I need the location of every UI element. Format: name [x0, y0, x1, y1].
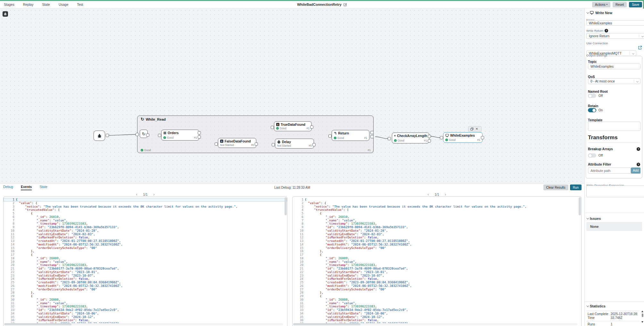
- node-return[interactable]: ↰Return Good#1: [332, 130, 369, 141]
- node-run-count: #1: [364, 137, 367, 140]
- help-icon[interactable]: ?: [637, 147, 640, 151]
- retain-toggle[interactable]: [588, 108, 596, 112]
- node-truedatafound[interactable]: {}TrueDataFound Good#1: [274, 121, 312, 131]
- port[interactable]: [428, 139, 431, 142]
- port[interactable]: [481, 136, 484, 139]
- port[interactable]: [428, 135, 431, 138]
- port[interactable]: [440, 136, 443, 139]
- next-page-icon[interactable]: ›: [153, 193, 154, 196]
- retain-state: On: [599, 108, 603, 112]
- qos-select[interactable]: 0 - At most once: [588, 78, 640, 84]
- status-label: Not Started: [277, 144, 291, 147]
- prev-page-icon[interactable]: ‹: [136, 193, 137, 196]
- node-run-count: #1: [477, 139, 480, 142]
- write-properties-textarea[interactable]: [586, 185, 644, 197]
- tab-test[interactable]: Test: [77, 3, 83, 6]
- actions-button[interactable]: Actions ▾: [592, 2, 610, 7]
- navbar-buttons: Actions ▾ Reset Save: [592, 2, 644, 7]
- panel-header[interactable]: Write New: [586, 11, 642, 15]
- named-root-toggle[interactable]: [588, 94, 596, 98]
- issues-header[interactable]: Issues: [586, 217, 642, 220]
- port[interactable]: [255, 142, 258, 146]
- node-name: CheckArrayLength: [397, 134, 427, 138]
- horizontal-scrollbar[interactable]: [293, 323, 577, 325]
- port[interactable]: [146, 133, 149, 137]
- scrollbar-thumb[interactable]: [4, 323, 71, 325]
- node-orders[interactable]: ⊞Orders Good#1: [161, 130, 199, 141]
- close-icon[interactable]: ✕: [475, 127, 478, 131]
- node-whileexamples[interactable]: WhileExamples Good#1: [443, 132, 483, 143]
- stat-value: 1: [611, 322, 640, 326]
- port[interactable]: [215, 142, 218, 146]
- write-return-value: Ignore Return: [589, 34, 609, 38]
- clear-results-button[interactable]: Clear Results: [543, 184, 568, 190]
- sidebar-scrollbar[interactable]: [641, 311, 644, 323]
- tab-replay[interactable]: Replay: [23, 3, 34, 6]
- port[interactable]: [388, 137, 391, 140]
- breakup-arrays-row: Breakup Arrays ?: [588, 147, 640, 151]
- scrollbar-thumb[interactable]: [285, 197, 287, 215]
- node-toolbar: ✕: [468, 126, 482, 132]
- transforms-heading: Transforms: [588, 134, 618, 141]
- topic-input[interactable]: [588, 64, 640, 69]
- edit-title-icon[interactable]: [343, 3, 347, 6]
- code-line: 4"truncatedValue": [: [293, 208, 581, 212]
- flow-canvas[interactable]: ↻ While_Read Good #1 ↻ ⊞Orders Good#1 {}…: [0, 8, 584, 184]
- status-label: Good: [449, 139, 456, 142]
- debug-toggle-button[interactable]: [3, 11, 8, 17]
- tab-state[interactable]: State: [42, 3, 50, 6]
- template-textarea[interactable]: [588, 122, 640, 131]
- port[interactable]: [328, 134, 332, 138]
- node-run-count: #0: [251, 144, 254, 147]
- scrollbar-thumb[interactable]: [579, 197, 581, 215]
- add-button[interactable]: Add: [631, 167, 640, 174]
- statistics-header[interactable]: Statistics: [586, 304, 642, 308]
- port[interactable]: [198, 135, 201, 139]
- tab-usage[interactable]: Usage: [59, 3, 68, 6]
- port[interactable]: [198, 131, 201, 134]
- copy-icon[interactable]: [470, 127, 474, 131]
- port[interactable]: [271, 126, 274, 129]
- write-return-select[interactable]: Ignore Return: [586, 33, 644, 39]
- port[interactable]: [370, 131, 374, 134]
- node-delay[interactable]: Delay Not Started#0: [275, 139, 314, 149]
- scroll-up-icon[interactable]: [641, 311, 643, 312]
- port[interactable]: [370, 135, 374, 138]
- named-root-toggle-row: Off: [588, 94, 603, 98]
- debug-start-node[interactable]: [94, 131, 105, 141]
- port[interactable]: [272, 143, 275, 146]
- statistics-table: Last Complete Time2025-12-30T16:28:33.74…: [586, 311, 640, 326]
- scroll-down-icon[interactable]: [641, 321, 643, 323]
- debug-tab-state[interactable]: State: [39, 185, 47, 190]
- port[interactable]: [158, 134, 161, 137]
- named-root-label: Named Root: [588, 90, 608, 93]
- scrollbar-thumb[interactable]: [642, 313, 643, 317]
- name-input[interactable]: [586, 20, 644, 26]
- attribute-path-input[interactable]: [588, 167, 631, 174]
- reset-button[interactable]: Reset: [613, 2, 627, 7]
- json-editor-right[interactable]: 1{2"value": {3"notice": "The value has b…: [292, 196, 582, 326]
- port[interactable]: [310, 125, 313, 129]
- horizontal-scrollbar[interactable]: [4, 323, 283, 325]
- port[interactable]: [312, 143, 316, 146]
- chevron-down-icon: [641, 35, 644, 37]
- node-checkarraylength[interactable]: CheckArrayLength Good#1: [392, 133, 429, 143]
- debug-tab-events[interactable]: Events: [21, 185, 32, 190]
- open-connection-icon[interactable]: [638, 46, 642, 50]
- tab-stages[interactable]: Stages: [4, 3, 14, 6]
- script-icon: {}: [220, 140, 223, 143]
- statistics-title: Statistics: [590, 304, 606, 308]
- next-page-icon[interactable]: ›: [445, 193, 446, 196]
- scrollbar-thumb[interactable]: [293, 323, 360, 325]
- port[interactable]: [106, 134, 109, 137]
- save-button[interactable]: Save: [629, 2, 642, 7]
- breakup-arrays-toggle[interactable]: [588, 153, 596, 158]
- run-button[interactable]: Run: [570, 184, 582, 190]
- node-falsedatafound[interactable]: {}FalseDataFound Not Started#0: [218, 138, 256, 148]
- prev-page-icon[interactable]: ‹: [428, 193, 429, 196]
- json-editor-left[interactable]: 1{2"value": {3"notice": "The value has b…: [3, 196, 287, 326]
- debug-tab-debug[interactable]: Debug: [3, 185, 13, 190]
- help-icon[interactable]: ?: [637, 163, 640, 166]
- port[interactable]: [136, 133, 139, 136]
- help-icon[interactable]: ?: [605, 29, 608, 32]
